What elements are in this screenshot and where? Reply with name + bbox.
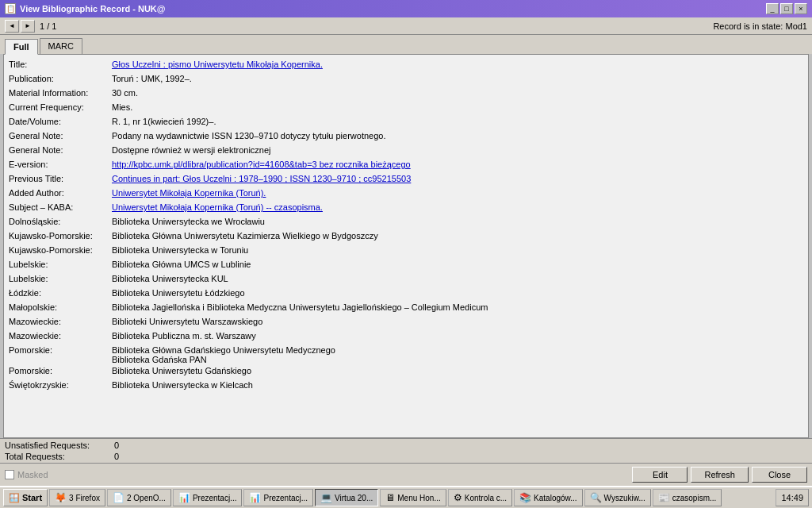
navigation-buttons: ◄ ► 1 / 1 bbox=[5, 20, 56, 33]
clock: 14:49 bbox=[776, 489, 809, 506]
maximize-button[interactable]: □ bbox=[780, 3, 793, 14]
taskbar-item[interactable]: 📊Prezentacj... bbox=[173, 489, 243, 506]
taskbar-item-icon: 📚 bbox=[519, 492, 531, 503]
field-label: Publication: bbox=[9, 74, 112, 87]
field-value: 30 cm. bbox=[112, 88, 803, 101]
masked-label: Masked bbox=[17, 470, 48, 479]
field-row: Subject – KABA:Uniwersytet Mikołaja Kope… bbox=[9, 202, 803, 215]
window-title: View Bibliographic Record - NUK@ bbox=[20, 4, 166, 13]
field-label: Material Information: bbox=[9, 88, 112, 101]
field-label: Date/Volume: bbox=[9, 117, 112, 129]
field-value: Mies. bbox=[112, 102, 803, 115]
field-label: Subject – KABA: bbox=[9, 202, 112, 215]
field-value: Biblioteki Uniwersytetu Warszawskiego bbox=[112, 317, 803, 329]
field-label: Świętokrzyskie: bbox=[9, 380, 112, 393]
field-value: Podany na wydawnictwie ISSN 1230–9710 do… bbox=[112, 131, 803, 144]
unsatisfied-value: 0 bbox=[114, 441, 146, 450]
window-controls: _ □ × bbox=[766, 3, 807, 14]
field-label: Added Author: bbox=[9, 188, 112, 201]
field-value: Biblioteka Uniwersytecka KUL bbox=[112, 274, 803, 287]
unsatisfied-requests-row: Unsatisfied Requests: 0 bbox=[5, 441, 807, 450]
field-link[interactable]: Głos Uczelni : pismo Uniwersytetu Mikoła… bbox=[112, 60, 323, 69]
field-row: Małopolskie:Biblioteka Jagiellońska i Bi… bbox=[9, 302, 803, 315]
field-label: Lubelskie: bbox=[9, 274, 112, 287]
taskbar-item-label: 2 OpenO... bbox=[127, 494, 166, 502]
field-row: Lubelskie:Biblioteka Uniwersytecka KUL bbox=[9, 274, 803, 287]
refresh-button[interactable]: Refresh bbox=[691, 467, 749, 483]
field-row: Material Information:30 cm. bbox=[9, 88, 803, 101]
start-button[interactable]: 🪟 Start bbox=[3, 489, 48, 506]
field-label: Mazowieckie: bbox=[9, 317, 112, 329]
taskbar-item[interactable]: 📊Prezentacj... bbox=[243, 489, 313, 506]
field-label: Mazowieckie: bbox=[9, 331, 112, 344]
taskbar-item[interactable]: 📄2 OpenO... bbox=[107, 489, 171, 506]
total-value: 0 bbox=[114, 452, 146, 461]
field-row: Date/Volume:R. 1, nr 1(kwiecień 1992)–. bbox=[9, 117, 803, 129]
field-row: Mazowieckie:Biblioteka Publiczna m. st. … bbox=[9, 331, 803, 344]
field-row: Title:Głos Uczelni : pismo Uniwersytetu … bbox=[9, 60, 803, 72]
field-link[interactable]: Continues in part: Głos Uczelni : 1978–1… bbox=[112, 174, 411, 183]
field-link[interactable]: Uniwersytet Mikołaja Kopernika (Toruń) -… bbox=[112, 202, 323, 212]
taskbar-item[interactable]: 🔍Wyszukiw... bbox=[584, 489, 651, 506]
action-buttons: Edit Refresh Close bbox=[632, 467, 807, 483]
field-label: Kujawsko-Pomorskie: bbox=[9, 231, 112, 244]
field-value: Biblioteka Uniwersytecka w Kielcach bbox=[112, 380, 803, 393]
field-label: Title: bbox=[9, 60, 112, 72]
field-row: E-version:http://kpbc.umk.pl/dlibra/publ… bbox=[9, 160, 803, 172]
taskbar-item-icon: 📊 bbox=[249, 492, 261, 503]
tab-full[interactable]: Full bbox=[5, 39, 38, 55]
field-row: Pomorskie:Biblioteka Uniwersytetu Gdańsk… bbox=[9, 366, 803, 379]
stats-bar: Unsatisfied Requests: 0 Total Requests: … bbox=[0, 438, 812, 463]
taskbar-item[interactable]: 🖥Menu Hon... bbox=[380, 489, 446, 506]
taskbar-item-label: Katalogów... bbox=[534, 494, 576, 502]
taskbar-item[interactable]: 💻Virtua 20... bbox=[315, 489, 378, 506]
field-row: Łódzkie:Biblioteka Uniwersytetu Łódzkieg… bbox=[9, 288, 803, 301]
taskbar-item-icon: 🦊 bbox=[55, 492, 67, 503]
taskbar-item-icon: 💻 bbox=[320, 492, 332, 503]
field-label: Łódzkie: bbox=[9, 288, 112, 301]
field-label: Kujawsko-Pomorskie: bbox=[9, 245, 112, 258]
title-bar: 📋 View Bibliographic Record - NUK@ _ □ × bbox=[0, 0, 812, 17]
field-value: http://kpbc.umk.pl/dlibra/publication?id… bbox=[112, 160, 803, 172]
field-label: Previous Title: bbox=[9, 174, 112, 187]
field-link[interactable]: http://kpbc.umk.pl/dlibra/publication?id… bbox=[112, 160, 411, 169]
field-row: Current Frequency:Mies. bbox=[9, 102, 803, 115]
field-value: R. 1, nr 1(kwiecień 1992)–. bbox=[112, 117, 803, 129]
edit-button[interactable]: Edit bbox=[632, 467, 688, 483]
field-value: Toruń : UMK, 1992–. bbox=[112, 74, 803, 87]
taskbar-item[interactable]: 🦊3 Firefox bbox=[49, 489, 105, 506]
field-value: Continues in part: Głos Uczelni : 1978–1… bbox=[112, 174, 803, 187]
field-label: Małopolskie: bbox=[9, 302, 112, 315]
taskbar-item-icon: 📰 bbox=[658, 492, 670, 503]
field-link[interactable]: Uniwersytet Mikołaja Kopernika (Toruń). bbox=[112, 188, 266, 198]
prev-button[interactable]: ◄ bbox=[5, 20, 19, 33]
field-row: Publication:Toruń : UMK, 1992–. bbox=[9, 74, 803, 87]
field-value: Biblioteka Uniwersytecka w Toruniu bbox=[112, 245, 803, 258]
field-row: Kujawsko-Pomorskie:Biblioteka Główna Uni… bbox=[9, 231, 803, 244]
taskbar-item-label: Kontrola c... bbox=[465, 494, 507, 502]
record-state: Record is in state: Mod1 bbox=[713, 21, 807, 31]
field-value: Biblioteka Uniwersytetu Łódzkiego bbox=[112, 288, 803, 301]
taskbar: 🪟 Start 🦊3 Firefox📄2 OpenO...📊Prezentacj… bbox=[0, 486, 812, 508]
taskbar-item[interactable]: 📰czasopism... bbox=[653, 489, 722, 506]
field-label: General Note: bbox=[9, 145, 112, 158]
minimize-button[interactable]: _ bbox=[766, 3, 779, 14]
taskbar-item-label: Wyszukiw... bbox=[604, 494, 645, 502]
unsatisfied-label: Unsatisfied Requests: bbox=[5, 441, 108, 450]
tab-marc[interactable]: MARC bbox=[40, 38, 82, 54]
masked-checkbox[interactable] bbox=[5, 470, 14, 479]
close-button[interactable]: Close bbox=[752, 467, 807, 483]
field-label: E-version: bbox=[9, 160, 112, 172]
field-value: Uniwersytet Mikołaja Kopernika (Toruń). bbox=[112, 188, 803, 201]
field-row: Mazowieckie:Biblioteki Uniwersytetu Wars… bbox=[9, 317, 803, 329]
start-icon: 🪟 bbox=[9, 493, 20, 503]
taskbar-item-label: 3 Firefox bbox=[69, 494, 100, 502]
next-button[interactable]: ► bbox=[21, 20, 35, 33]
taskbar-item[interactable]: 📚Katalogów... bbox=[514, 489, 582, 506]
field-row: Kujawsko-Pomorskie:Biblioteka Uniwersyte… bbox=[9, 245, 803, 258]
field-row: Added Author:Uniwersytet Mikołaja Kopern… bbox=[9, 188, 803, 201]
close-window-button[interactable]: × bbox=[795, 3, 807, 14]
field-row: General Note:Podany na wydawnictwie ISSN… bbox=[9, 131, 803, 144]
total-label: Total Requests: bbox=[5, 452, 108, 461]
taskbar-item[interactable]: ⚙Kontrola c... bbox=[448, 489, 512, 506]
